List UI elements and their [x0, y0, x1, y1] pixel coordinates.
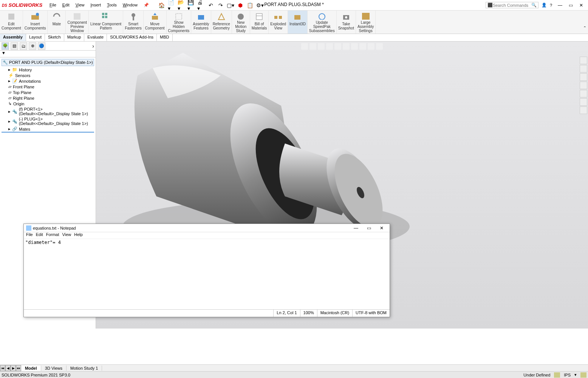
status-extra-icon[interactable] [580, 372, 586, 378]
resources-tab-icon[interactable] [580, 57, 587, 64]
redo-icon[interactable]: ↷ [217, 2, 224, 9]
menu-view[interactable]: View [74, 2, 86, 8]
ribbon-insert-components[interactable]: Insert Components [23, 11, 48, 34]
filter-icon[interactable]: ▼ [2, 51, 6, 55]
display-manager-tab-icon[interactable]: 🔵 [38, 42, 45, 50]
home-icon[interactable]: 🏠 [158, 2, 166, 9]
ribbon-large-assembly[interactable]: Large Assembly Settings [356, 11, 376, 34]
bottom-tab-3dviews[interactable]: 3D Views [41, 366, 67, 371]
dimxpert-tab-icon[interactable]: ⊕ [29, 42, 36, 50]
tab-assembly[interactable]: Assembly [0, 34, 26, 41]
design-library-tab-icon[interactable] [580, 65, 587, 73]
ribbon-move-component[interactable]: Move Component [144, 11, 167, 34]
notepad-menu-format[interactable]: Format [46, 232, 59, 239]
menu-insert[interactable]: Insert [89, 2, 102, 8]
ribbon-instant3d[interactable]: Instant3D [288, 11, 308, 34]
search-icon[interactable]: 🔍 [531, 3, 537, 8]
tree-root[interactable]: 🔧 PORT AND PLUG (Default<Display State-1… [2, 59, 94, 66]
tab-markup[interactable]: Markup [64, 34, 85, 41]
property-manager-tab-icon[interactable]: ▧ [11, 42, 18, 50]
ribbon-mate[interactable]: Mate [48, 11, 66, 34]
tree-plug-component[interactable]: ▸🔩(-) PLUG<1> (Default<<Default>_Display… [2, 116, 94, 126]
status-edit-icon[interactable] [554, 372, 560, 378]
tab-nav-last-icon[interactable]: ⏭ [16, 365, 21, 371]
notepad-close-button[interactable]: ✕ [376, 225, 387, 231]
ribbon-new-motion[interactable]: New Motion Study [232, 11, 250, 34]
close-button[interactable]: ✕ [576, 2, 586, 9]
ribbon-bom[interactable]: Bill of Materials [250, 11, 269, 34]
tab-nav-prev-icon[interactable]: ◀ [5, 365, 11, 371]
tab-nav-first-icon[interactable]: ⏮ [0, 365, 5, 371]
search-box[interactable]: ⬛ 🔍 [486, 2, 538, 8]
feature-tree-tab-icon[interactable]: 🌳 [2, 42, 9, 50]
notepad-minimize-button[interactable]: — [350, 225, 362, 231]
menu-edit[interactable]: Edit [61, 2, 71, 8]
status-dropdown-icon[interactable]: ▾ [574, 372, 577, 377]
maximize-button[interactable]: ▭ [566, 2, 576, 9]
ribbon-linear-pattern[interactable]: Linear Component Pattern [89, 11, 123, 34]
tree-top-plane[interactable]: ▱Top Plane [2, 89, 94, 95]
forum-tab-icon[interactable] [580, 106, 587, 114]
menu-window[interactable]: Window [121, 2, 139, 8]
search-input[interactable] [493, 3, 531, 8]
tab-sketch[interactable]: Sketch [45, 34, 64, 41]
assembly-features-icon [197, 12, 206, 21]
show-hidden-icon [174, 12, 183, 20]
status-units[interactable]: IPS [564, 373, 571, 377]
tree-mates[interactable]: ▸🔗Mates [2, 126, 94, 133]
help-icon[interactable]: ? [550, 3, 552, 8]
tab-layout[interactable]: Layout [26, 34, 45, 41]
settings-icon[interactable]: ⚙▾ [256, 2, 264, 9]
tree-sensors[interactable]: ⚡Sensors [2, 73, 94, 78]
menu-file[interactable]: FFileile [48, 2, 58, 8]
bottom-tab-motion[interactable]: Motion Study 1 [67, 366, 102, 371]
config-manager-tab-icon[interactable]: 🗂 [20, 42, 27, 50]
rebuild-icon[interactable]: ⬢ [237, 2, 244, 9]
ribbon-exploded-view[interactable]: Exploded View [269, 11, 288, 34]
ribbon-take-snapshot[interactable]: Take Snapshot [337, 11, 356, 34]
select-icon[interactable]: ▢▾ [227, 2, 234, 9]
ribbon-collapse-icon[interactable]: ˆ [584, 26, 586, 32]
tree-annotations[interactable]: ▸📝Annotations [2, 78, 94, 84]
notepad-menu-edit[interactable]: Edit [36, 232, 43, 239]
new-icon[interactable]: 📄▾ [168, 2, 175, 9]
tab-evaluate[interactable]: Evaluate [84, 34, 107, 41]
notepad-text-area[interactable]: "diameter"= 4 [24, 239, 390, 309]
tree-port-component[interactable]: ▸🔩(f) PORT<1> (Default<<Default>_Display… [2, 106, 94, 116]
panel-expand-icon[interactable]: › [92, 43, 94, 49]
notepad-menu-file[interactable]: File [26, 232, 33, 239]
tree-right-plane[interactable]: ▱Right Plane [2, 95, 94, 101]
bottom-tab-model[interactable]: Model [21, 366, 41, 371]
tree-origin[interactable]: ↳Origin [2, 101, 94, 106]
menu-pin-icon[interactable]: 📌 [142, 2, 150, 8]
custom-props-tab-icon[interactable] [580, 98, 587, 106]
open-icon[interactable]: 📂▾ [178, 2, 185, 9]
user-icon[interactable]: 👤 [542, 3, 547, 8]
tab-addins[interactable]: SOLIDWORKS Add-Ins [107, 34, 157, 41]
ribbon-update-speedpak[interactable]: Update SpeedPak Subassemblies [308, 11, 337, 34]
ribbon-smart-fasteners[interactable]: Smart Fasteners [123, 11, 143, 34]
notepad-maximize-button[interactable]: ▭ [363, 225, 374, 231]
options-icon[interactable]: 📋 [246, 2, 254, 9]
file-explorer-tab-icon[interactable] [580, 73, 587, 81]
tree-front-plane[interactable]: ▱Front Plane [2, 84, 94, 89]
undo-icon[interactable]: ↶ [207, 2, 215, 9]
tab-nav-next-icon[interactable]: ▶ [11, 365, 16, 371]
notepad-titlebar[interactable]: equations.txt - Notepad — ▭ ✕ [24, 224, 390, 232]
minimize-button[interactable]: — [555, 2, 565, 9]
ribbon-show-hidden[interactable]: Show Hidden Components [167, 11, 192, 34]
svg-rect-14 [256, 14, 262, 20]
ribbon-reference-geometry[interactable]: Reference Geometry [211, 11, 232, 34]
notepad-menu-view[interactable]: View [62, 232, 71, 239]
appearances-tab-icon[interactable] [580, 90, 587, 97]
tab-mbd[interactable]: MBD [157, 34, 172, 41]
view-palette-tab-icon[interactable] [580, 82, 587, 89]
speedpak-icon [317, 12, 326, 20]
notepad-menu-help[interactable]: Help [74, 232, 83, 239]
print-icon[interactable]: 🖨▾ [197, 2, 205, 9]
save-icon[interactable]: 💾▾ [187, 2, 195, 9]
tree-history[interactable]: ▸📁History [2, 67, 94, 73]
svg-rect-4 [102, 13, 104, 15]
ribbon-assembly-features[interactable]: Assembly Features [191, 11, 211, 34]
menu-tools[interactable]: Tools [105, 2, 118, 8]
